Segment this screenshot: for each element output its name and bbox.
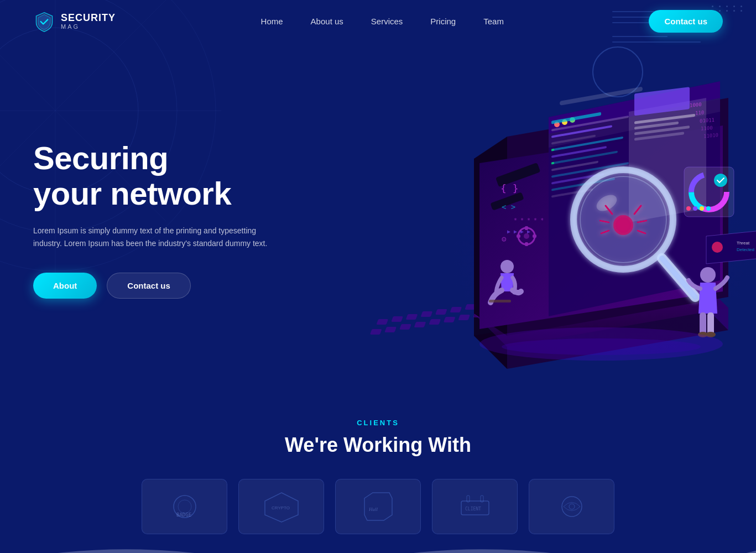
client-logo-1: BADGE <box>142 479 227 534</box>
svg-text:1000: 1000 <box>690 102 702 108</box>
hero-title-line2: your network <box>33 175 231 211</box>
client-logo-5 <box>529 479 614 534</box>
svg-text:Detected: Detected <box>737 247 754 252</box>
svg-point-70 <box>714 174 727 187</box>
svg-point-93 <box>524 233 529 239</box>
clients-label: CLIENTS <box>33 419 723 427</box>
svg-text:BADGE: BADGE <box>176 512 191 518</box>
svg-text:1100: 1100 <box>701 125 713 132</box>
svg-rect-22 <box>429 319 441 325</box>
hero-about-button[interactable]: About <box>33 273 97 299</box>
hero-contact-button[interactable]: Contact us <box>107 273 191 299</box>
svg-text:* * * * *: * * * * * <box>514 217 544 223</box>
svg-rect-9 <box>376 319 388 325</box>
svg-rect-96 <box>517 234 520 238</box>
svg-rect-24 <box>458 315 470 320</box>
svg-rect-97 <box>533 234 536 238</box>
svg-text:{ }: { } <box>500 182 519 194</box>
svg-text:Threat: Threat <box>737 241 750 246</box>
navbar: SECURITY MAG Home About us Services Pric… <box>0 0 756 43</box>
svg-rect-23 <box>444 317 456 322</box>
client-logo-2: CRYPTO <box>238 479 324 534</box>
nav-team[interactable]: Team <box>483 17 504 26</box>
brand-name: SECURITY <box>61 13 116 24</box>
clients-section: CLIENTS We're Working With BADGE CRYPTO <box>0 385 756 534</box>
nav-about[interactable]: About us <box>311 17 343 26</box>
svg-point-89 <box>712 242 723 253</box>
svg-point-71 <box>686 206 691 211</box>
nav-links: Home About us Services Pricing Team <box>261 17 504 27</box>
svg-rect-14 <box>450 307 462 312</box>
svg-text:CLIENT: CLIENT <box>465 507 481 512</box>
hero-title-line1: Securing <box>33 140 168 176</box>
svg-rect-21 <box>414 322 426 327</box>
svg-text:110: 110 <box>695 109 704 116</box>
svg-point-99 <box>502 338 701 355</box>
svg-point-111 <box>569 504 575 509</box>
svg-point-84 <box>700 267 716 283</box>
svg-point-72 <box>693 206 697 211</box>
svg-point-101 <box>178 500 191 513</box>
hero-description: Lorem Ipsum is simply dummy text of the … <box>33 225 277 251</box>
svg-point-82 <box>500 260 514 273</box>
hero-illustration: 1000 110 01011 1100 11010 <box>352 26 756 402</box>
svg-rect-11 <box>406 314 418 320</box>
client-logo-4: CLIENT <box>432 479 518 534</box>
svg-point-73 <box>700 206 704 211</box>
svg-point-74 <box>706 206 711 211</box>
hero-title: Securing your network <box>33 140 299 211</box>
hero-buttons: About Contact us <box>33 273 299 299</box>
svg-rect-19 <box>384 327 397 332</box>
client-logo-3: Hall <box>335 479 421 534</box>
svg-point-110 <box>562 497 582 517</box>
clients-title: We're Working With <box>33 434 723 457</box>
svg-rect-20 <box>399 324 411 330</box>
logo: SECURITY MAG <box>33 11 116 33</box>
svg-rect-86 <box>707 312 714 335</box>
svg-point-54 <box>613 215 633 235</box>
nav-home[interactable]: Home <box>261 17 283 26</box>
clients-logos: BADGE CRYPTO Hall <box>33 479 723 534</box>
svg-rect-13 <box>435 309 447 315</box>
brand-sub: MAG <box>61 23 116 30</box>
svg-rect-95 <box>525 242 528 246</box>
svg-rect-18 <box>370 329 382 335</box>
svg-text:CRYPTO: CRYPTO <box>272 505 290 510</box>
svg-rect-12 <box>421 311 433 317</box>
nav-pricing[interactable]: Pricing <box>430 17 456 26</box>
logo-text: SECURITY MAG <box>61 13 116 30</box>
svg-rect-10 <box>391 316 403 322</box>
nav-contact-button[interactable]: Contact us <box>649 10 723 33</box>
svg-text:Hall: Hall <box>368 507 378 512</box>
hero-content: Securing your network Lorem Ipsum is sim… <box>33 140 299 299</box>
svg-text:< >: < > <box>502 202 515 211</box>
svg-rect-85 <box>700 312 706 335</box>
svg-rect-83 <box>489 300 511 302</box>
hero-section: Securing your network Lorem Ipsum is sim… <box>0 43 756 385</box>
svg-text:⚙: ⚙ <box>502 234 507 243</box>
nav-services[interactable]: Services <box>371 17 403 26</box>
logo-icon <box>33 11 55 33</box>
svg-rect-94 <box>525 226 528 230</box>
